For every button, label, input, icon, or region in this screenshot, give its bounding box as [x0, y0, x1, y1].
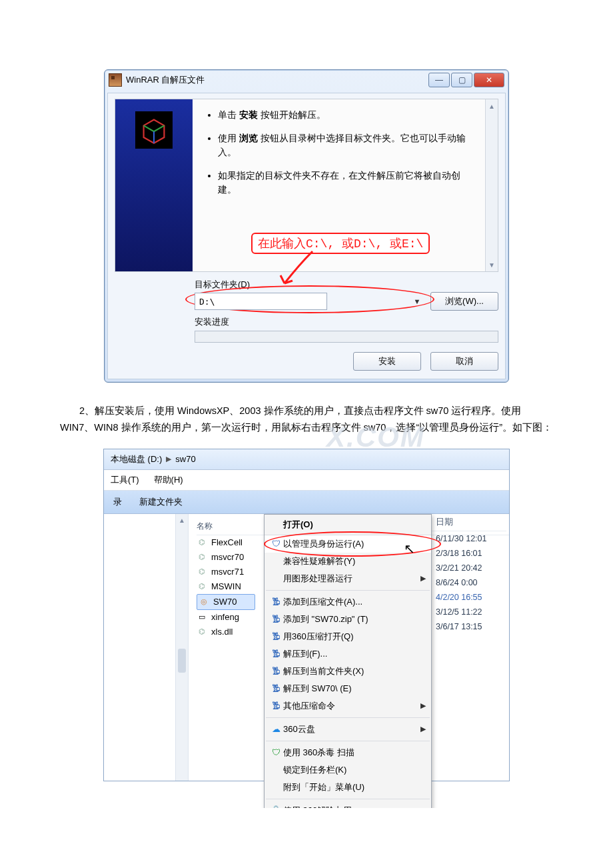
- body-paragraph: 2、解压安装后，使用 WindowsXP、2003 操作系统的用户，直接点击程序…: [60, 403, 553, 437]
- column-header-date[interactable]: 日期: [432, 514, 506, 531]
- progress-bar: [195, 331, 498, 343]
- date-cell: 2/3/18 16:01: [432, 546, 506, 561]
- box-logo-icon: [135, 111, 173, 149]
- archive-icon: 🗜: [269, 649, 283, 659]
- minimize-button[interactable]: —: [428, 73, 450, 87]
- separator: [266, 590, 430, 591]
- ctx-open-360zip[interactable]: 🗜用360压缩打开(Q): [265, 628, 431, 645]
- menu-help[interactable]: 帮助(H): [154, 474, 183, 486]
- explorer-window: 本地磁盘 (D:) ▶ sw70 工具(T) 帮助(H) 录 新建文件夹 ▲: [103, 449, 510, 781]
- ctx-extract-sw70[interactable]: 🗜解压到 SW70\ (E): [265, 680, 431, 697]
- toolbar-new-folder[interactable]: 新建文件夹: [139, 496, 183, 508]
- toolbar: 录 新建文件夹: [104, 491, 509, 514]
- ctx-pin-start[interactable]: 附到「开始」菜单(U): [265, 779, 431, 796]
- dropdown-arrow-icon[interactable]: ▼: [412, 295, 422, 307]
- context-menu: 打开(O) 🛡 以管理员身份运行(A) 兼容性疑难解答(Y) 用图形处理器运行 …: [264, 514, 432, 808]
- dll-icon: ⌬: [197, 567, 207, 577]
- date-cell: 3/2/21 20:42: [432, 561, 506, 575]
- archive-icon: 🗜: [269, 701, 283, 711]
- date-cell: 3/12/5 11:22: [432, 605, 506, 619]
- progress-label: 安装进度: [195, 316, 498, 328]
- winrar-icon: [109, 73, 122, 87]
- unlock-icon: 🔓: [269, 805, 283, 808]
- submenu-arrow-icon: ▶: [420, 725, 426, 733]
- separator: [266, 717, 430, 718]
- browse-button[interactable]: 浏览(W)...: [430, 292, 498, 311]
- instruction-line: 单击 安装 按钮开始解压。: [218, 109, 466, 123]
- ctx-add-zip[interactable]: 🗜添加到 "SW70.zip" (T): [265, 611, 431, 628]
- instruction-line: 如果指定的目标文件夹不存在，在文件解压前它将被自动创建。: [218, 169, 466, 197]
- archive-icon: 🗜: [269, 597, 283, 607]
- shield-icon: 🛡: [269, 539, 283, 549]
- winrar-window: WinRAR 自解压文件 — ▢ ✕: [104, 69, 509, 383]
- dates-column: 日期 6/11/30 12:01 2/3/18 16:01 3/2/21 20:…: [432, 514, 506, 634]
- cancel-button[interactable]: 取消: [430, 352, 498, 371]
- submenu-arrow-icon: ▶: [420, 701, 426, 710]
- date-cell: 8/6/24 0:00: [432, 575, 506, 590]
- separator: [266, 741, 430, 741]
- date-cell: 3/6/17 13:15: [432, 619, 506, 634]
- file-item-selected[interactable]: ◎ SW70: [197, 594, 255, 610]
- dll-icon: ⌬: [197, 627, 207, 637]
- window-title: WinRAR 自解压文件: [126, 74, 428, 86]
- archive-icon: 🗜: [269, 683, 283, 693]
- ctx-360unlock[interactable]: 🔓使用 360解除占用: [265, 802, 431, 808]
- separator: [266, 799, 430, 799]
- folder-tree-pane: ▲: [104, 514, 189, 781]
- ctx-extract-to[interactable]: 🗜解压到(F)...: [265, 645, 431, 663]
- dll-icon: ⌬: [197, 537, 207, 548]
- menu-tools[interactable]: 工具(T): [111, 474, 139, 486]
- archive-icon: 🗜: [269, 631, 283, 641]
- titlebar: WinRAR 自解压文件 — ▢ ✕: [105, 70, 508, 90]
- cloud-icon: ☁: [269, 724, 283, 734]
- instruction-line: 使用 浏览 按钮从目录树中选择目标文件夹。它也可以手动输入。: [218, 132, 466, 160]
- ctx-pin-taskbar[interactable]: 锁定到任务栏(K): [265, 761, 431, 779]
- cursor-icon: ↖: [404, 541, 415, 557]
- chevron-right-icon: ▶: [166, 455, 171, 463]
- menu-bar: 工具(T) 帮助(H): [104, 470, 509, 491]
- close-button[interactable]: ✕: [474, 73, 504, 87]
- scroll-thumb[interactable]: [178, 649, 186, 673]
- date-cell: 6/11/30 12:01: [432, 531, 506, 546]
- ctx-360scan[interactable]: 🛡使用 360杀毒 扫描: [265, 744, 431, 761]
- dll-icon: ⌬: [197, 552, 207, 563]
- dll-icon: ⌬: [197, 581, 207, 592]
- breadcrumb-leaf[interactable]: sw70: [175, 454, 195, 464]
- archive-icon: 🗜: [269, 666, 283, 676]
- archive-icon: 🗜: [269, 614, 283, 624]
- ctx-360cloud[interactable]: ☁360云盘 ▶: [265, 721, 431, 738]
- date-cell: 4/2/20 16:55: [432, 590, 506, 605]
- ctx-extract-here[interactable]: 🗜解压到当前文件夹(X): [265, 663, 431, 680]
- toolbar-item[interactable]: 录: [113, 496, 122, 508]
- ctx-open[interactable]: 打开(O): [265, 515, 431, 535]
- ctx-add-archive[interactable]: 🗜添加到压缩文件(A)...: [265, 593, 431, 611]
- destination-label: 目标文件夹(D): [195, 279, 498, 291]
- breadcrumb-root[interactable]: 本地磁盘 (D:): [111, 453, 162, 465]
- destination-input[interactable]: [195, 293, 327, 310]
- breadcrumb-bar: 本地磁盘 (D:) ▶ sw70: [104, 449, 509, 470]
- tree-scrollbar[interactable]: ▲: [175, 514, 188, 781]
- submenu-arrow-icon: ▶: [420, 574, 426, 583]
- exe-icon: ◎: [199, 597, 209, 607]
- scrollbar[interactable]: ▲ ▼: [485, 99, 498, 271]
- scroll-down-icon[interactable]: ▼: [488, 261, 496, 269]
- annotation-hint: 在此输入C:\, 或D:\, 或E:\: [251, 233, 430, 254]
- install-button[interactable]: 安装: [353, 352, 421, 371]
- file-icon: ▭: [197, 612, 207, 623]
- ctx-other-zip[interactable]: 🗜其他压缩命令 ▶: [265, 697, 431, 715]
- shield-green-icon: 🛡: [269, 747, 283, 757]
- info-panel: 单击 安装 按钮开始解压。 使用 浏览 按钮从目录树中选择目标文件夹。它也可以手…: [115, 99, 498, 272]
- left-graphic-pane: [115, 99, 193, 271]
- maximize-button[interactable]: ▢: [451, 73, 472, 87]
- ctx-graphics-processor[interactable]: 用图形处理器运行 ▶: [265, 570, 431, 587]
- scroll-up-icon[interactable]: ▲: [179, 517, 185, 524]
- scroll-up-icon[interactable]: ▲: [488, 102, 496, 110]
